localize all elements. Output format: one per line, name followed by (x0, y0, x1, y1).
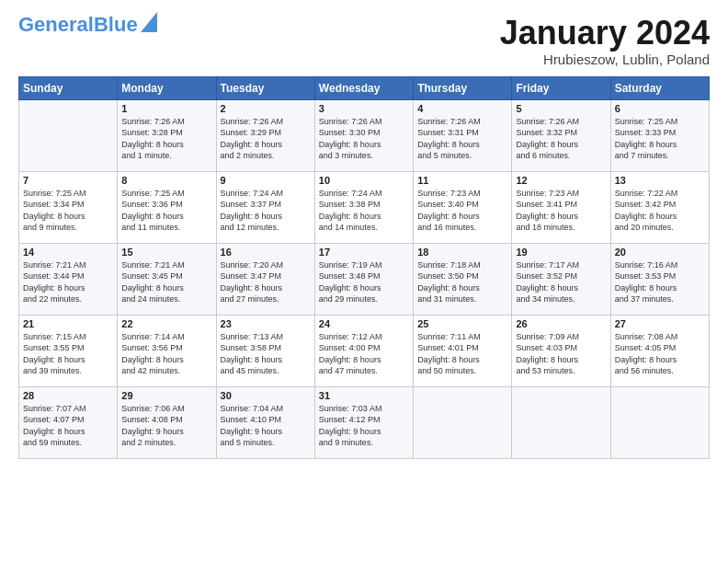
day-number: 10 (319, 175, 409, 186)
cell-content: Sunrise: 7:03 AM Sunset: 4:12 PM Dayligh… (319, 403, 409, 449)
cell-content: Sunrise: 7:18 AM Sunset: 3:50 PM Dayligh… (417, 259, 507, 305)
calendar-cell: 2Sunrise: 7:26 AM Sunset: 3:29 PM Daylig… (216, 99, 314, 171)
calendar-cell: 19Sunrise: 7:17 AM Sunset: 3:52 PM Dayli… (512, 243, 610, 315)
day-number: 11 (417, 175, 507, 186)
day-number: 6 (615, 103, 705, 114)
calendar-cell: 1Sunrise: 7:26 AM Sunset: 3:28 PM Daylig… (118, 99, 216, 171)
day-number: 26 (516, 318, 606, 329)
calendar-cell: 6Sunrise: 7:25 AM Sunset: 3:33 PM Daylig… (610, 99, 709, 171)
day-number: 29 (121, 390, 211, 401)
day-number: 21 (23, 318, 113, 329)
day-number: 12 (516, 175, 606, 186)
header-day-sunday: Sunday (19, 76, 118, 99)
calendar-cell: 27Sunrise: 7:08 AM Sunset: 4:05 PM Dayli… (610, 315, 709, 386)
logo-text: GeneralBlue (18, 15, 138, 35)
cell-content: Sunrise: 7:21 AM Sunset: 3:45 PM Dayligh… (121, 259, 211, 305)
header-day-thursday: Thursday (414, 76, 512, 99)
cell-content: Sunrise: 7:24 AM Sunset: 3:38 PM Dayligh… (319, 188, 409, 234)
calendar-cell: 10Sunrise: 7:24 AM Sunset: 3:38 PM Dayli… (314, 171, 413, 243)
cell-content: Sunrise: 7:14 AM Sunset: 3:56 PM Dayligh… (121, 331, 211, 377)
logo-triangle-icon (141, 12, 157, 32)
logo-general: General (18, 13, 94, 36)
week-row-2: 14Sunrise: 7:21 AM Sunset: 3:44 PM Dayli… (19, 243, 710, 315)
day-number: 20 (615, 247, 705, 258)
day-number: 30 (221, 390, 311, 401)
day-number: 9 (221, 175, 311, 186)
day-number: 1 (121, 103, 211, 114)
cell-content: Sunrise: 7:25 AM Sunset: 3:33 PM Dayligh… (615, 116, 705, 162)
day-number: 13 (615, 175, 705, 186)
calendar-cell (610, 386, 709, 458)
day-number: 19 (516, 247, 606, 258)
cell-content: Sunrise: 7:24 AM Sunset: 3:37 PM Dayligh… (221, 188, 311, 234)
week-row-3: 21Sunrise: 7:15 AM Sunset: 3:55 PM Dayli… (19, 315, 710, 386)
day-number: 8 (121, 175, 211, 186)
month-title: January 2024 (500, 15, 710, 52)
header-row: SundayMondayTuesdayWednesdayThursdayFrid… (19, 76, 710, 99)
cell-content: Sunrise: 7:23 AM Sunset: 3:41 PM Dayligh… (516, 188, 606, 234)
header-day-tuesday: Tuesday (216, 76, 314, 99)
calendar-cell: 4Sunrise: 7:26 AM Sunset: 3:31 PM Daylig… (414, 99, 512, 171)
logo-wrapper: GeneralBlue (18, 15, 157, 35)
day-number: 24 (319, 318, 409, 329)
cell-content: Sunrise: 7:11 AM Sunset: 4:01 PM Dayligh… (417, 331, 507, 377)
calendar-cell (19, 99, 118, 171)
cell-content: Sunrise: 7:20 AM Sunset: 3:47 PM Dayligh… (221, 259, 311, 305)
week-row-0: 1Sunrise: 7:26 AM Sunset: 3:28 PM Daylig… (19, 99, 710, 171)
day-number: 25 (417, 318, 507, 329)
cell-content: Sunrise: 7:26 AM Sunset: 3:28 PM Dayligh… (121, 116, 211, 162)
calendar-cell: 14Sunrise: 7:21 AM Sunset: 3:44 PM Dayli… (19, 243, 118, 315)
calendar-cell: 16Sunrise: 7:20 AM Sunset: 3:47 PM Dayli… (216, 243, 314, 315)
title-section: January 2024 Hrubieszow, Lublin, Poland (500, 15, 710, 67)
logo-line: GeneralBlue (18, 15, 157, 35)
day-number: 18 (417, 247, 507, 258)
day-number: 22 (121, 318, 211, 329)
week-row-4: 28Sunrise: 7:07 AM Sunset: 4:07 PM Dayli… (19, 386, 710, 458)
cell-content: Sunrise: 7:26 AM Sunset: 3:31 PM Dayligh… (417, 116, 507, 162)
day-number: 7 (23, 175, 113, 186)
header: GeneralBlue January 2024 Hrubieszow, Lub… (18, 15, 710, 67)
page: GeneralBlue January 2024 Hrubieszow, Lub… (0, 0, 728, 563)
calendar-cell: 21Sunrise: 7:15 AM Sunset: 3:55 PM Dayli… (19, 315, 118, 386)
cell-content: Sunrise: 7:16 AM Sunset: 3:53 PM Dayligh… (615, 259, 705, 305)
cell-content: Sunrise: 7:25 AM Sunset: 3:34 PM Dayligh… (23, 188, 113, 234)
day-number: 27 (615, 318, 705, 329)
cell-content: Sunrise: 7:19 AM Sunset: 3:48 PM Dayligh… (319, 259, 409, 305)
day-number: 15 (121, 247, 211, 258)
cell-content: Sunrise: 7:22 AM Sunset: 3:42 PM Dayligh… (615, 188, 705, 234)
calendar-cell: 3Sunrise: 7:26 AM Sunset: 3:30 PM Daylig… (314, 99, 413, 171)
calendar-cell: 28Sunrise: 7:07 AM Sunset: 4:07 PM Dayli… (19, 386, 118, 458)
calendar-cell: 29Sunrise: 7:06 AM Sunset: 4:08 PM Dayli… (118, 386, 216, 458)
calendar-cell (414, 386, 512, 458)
day-number: 16 (221, 247, 311, 258)
logo: GeneralBlue (18, 15, 157, 35)
calendar-cell: 31Sunrise: 7:03 AM Sunset: 4:12 PM Dayli… (314, 386, 413, 458)
cell-content: Sunrise: 7:26 AM Sunset: 3:29 PM Dayligh… (221, 116, 311, 162)
day-number: 4 (417, 103, 507, 114)
cell-content: Sunrise: 7:13 AM Sunset: 3:58 PM Dayligh… (221, 331, 311, 377)
calendar-cell: 12Sunrise: 7:23 AM Sunset: 3:41 PM Dayli… (512, 171, 610, 243)
cell-content: Sunrise: 7:08 AM Sunset: 4:05 PM Dayligh… (615, 331, 705, 377)
day-number: 31 (319, 390, 409, 401)
cell-content: Sunrise: 7:26 AM Sunset: 3:30 PM Dayligh… (319, 116, 409, 162)
calendar-cell: 8Sunrise: 7:25 AM Sunset: 3:36 PM Daylig… (118, 171, 216, 243)
cell-content: Sunrise: 7:25 AM Sunset: 3:36 PM Dayligh… (121, 188, 211, 234)
calendar-cell: 24Sunrise: 7:12 AM Sunset: 4:00 PM Dayli… (314, 315, 413, 386)
location: Hrubieszow, Lublin, Poland (500, 52, 710, 67)
calendar-cell: 25Sunrise: 7:11 AM Sunset: 4:01 PM Dayli… (414, 315, 512, 386)
calendar-cell: 23Sunrise: 7:13 AM Sunset: 3:58 PM Dayli… (216, 315, 314, 386)
calendar-cell: 7Sunrise: 7:25 AM Sunset: 3:34 PM Daylig… (19, 171, 118, 243)
calendar-cell: 30Sunrise: 7:04 AM Sunset: 4:10 PM Dayli… (216, 386, 314, 458)
calendar-cell (512, 386, 610, 458)
svg-marker-0 (141, 12, 157, 32)
calendar-table: SundayMondayTuesdayWednesdayThursdayFrid… (18, 76, 710, 459)
cell-content: Sunrise: 7:09 AM Sunset: 4:03 PM Dayligh… (516, 331, 606, 377)
calendar-cell: 17Sunrise: 7:19 AM Sunset: 3:48 PM Dayli… (314, 243, 413, 315)
calendar-cell: 22Sunrise: 7:14 AM Sunset: 3:56 PM Dayli… (118, 315, 216, 386)
header-day-friday: Friday (512, 76, 610, 99)
calendar-cell: 11Sunrise: 7:23 AM Sunset: 3:40 PM Dayli… (414, 171, 512, 243)
header-day-monday: Monday (118, 76, 216, 99)
day-number: 28 (23, 390, 113, 401)
cell-content: Sunrise: 7:04 AM Sunset: 4:10 PM Dayligh… (221, 403, 311, 449)
calendar-cell: 5Sunrise: 7:26 AM Sunset: 3:32 PM Daylig… (512, 99, 610, 171)
